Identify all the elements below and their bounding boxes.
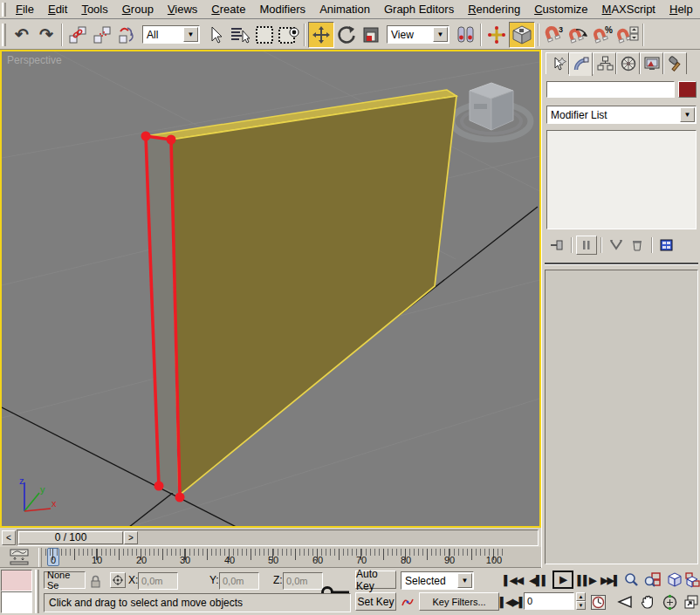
menu-views[interactable]: Views: [161, 1, 204, 17]
modifier-stack-list[interactable]: [546, 130, 697, 229]
perspective-viewport[interactable]: z y x Perspective: [0, 50, 541, 528]
next-frame-arrow[interactable]: >: [124, 531, 138, 544]
absolute-offset-toggle[interactable]: [110, 572, 126, 588]
make-unique-button[interactable]: [606, 236, 627, 255]
window-crossing-toggle-button[interactable]: [277, 23, 301, 47]
menu-group[interactable]: Group: [115, 1, 161, 17]
time-slider-track[interactable]: 0 / 100 >: [17, 530, 539, 546]
select-and-rotate-button[interactable]: [334, 23, 359, 47]
menu-grip[interactable]: [2, 3, 6, 17]
select-by-name-button[interactable]: [228, 23, 252, 47]
current-frame-field[interactable]: 0: [524, 592, 574, 610]
configure-modifier-sets-button[interactable]: [656, 236, 677, 255]
select-and-move-button[interactable]: [308, 22, 334, 48]
wall-object[interactable]: [146, 90, 456, 495]
viewcube[interactable]: [452, 83, 531, 140]
auto-key-button[interactable]: Auto Key: [355, 571, 396, 589]
pan-view-button[interactable]: [638, 593, 657, 611]
viewport-name-label[interactable]: Perspective: [7, 54, 62, 66]
menu-graph-editors[interactable]: Graph Editors: [377, 1, 461, 17]
x-coordinate-field[interactable]: 0,0m: [138, 572, 178, 590]
key-mode-toggle-button[interactable]: ▌◀▶▌: [503, 594, 522, 610]
dropdown-arrow-icon[interactable]: ▼: [680, 107, 695, 122]
open-mini-curve-editor-button[interactable]: [3, 549, 35, 566]
zoom-extents-button[interactable]: [665, 571, 683, 589]
show-end-result-button[interactable]: [576, 236, 597, 255]
selection-lock-toggle[interactable]: [88, 573, 102, 589]
vertex-handle[interactable]: [175, 493, 185, 502]
vertex-handle[interactable]: [167, 135, 176, 145]
dropdown-arrow-icon[interactable]: ▼: [183, 27, 198, 42]
maxscript-mini-listener[interactable]: [1, 591, 32, 613]
menu-create[interactable]: Create: [204, 1, 252, 17]
tab-motion[interactable]: [616, 52, 640, 74]
menu-maxscript[interactable]: MAXScript: [595, 1, 662, 17]
select-and-manipulate-button[interactable]: [484, 23, 509, 47]
min-max-toggle-button[interactable]: [682, 593, 700, 611]
menu-file[interactable]: File: [9, 1, 41, 17]
status-splitter[interactable]: [35, 570, 39, 613]
time-slider-thumb[interactable]: 0 / 100: [18, 531, 123, 544]
menu-tools[interactable]: Tools: [74, 1, 114, 17]
snaps-toggle-button[interactable]: [509, 22, 535, 48]
z-coordinate-field[interactable]: 0,0m: [283, 572, 323, 590]
go-to-end-button[interactable]: ▶▶▌: [600, 572, 621, 588]
undo-button[interactable]: ↶: [10, 23, 34, 47]
select-and-scale-button[interactable]: [359, 23, 383, 47]
tab-display[interactable]: [640, 52, 663, 74]
select-and-link-button[interactable]: [65, 23, 90, 47]
rectangular-selection-region-button[interactable]: [252, 23, 277, 47]
menu-modifiers[interactable]: Modifiers: [252, 1, 312, 17]
zoom-extents-all-button[interactable]: [685, 571, 700, 589]
arc-rotate-button[interactable]: [660, 593, 679, 611]
angle-snap-button[interactable]: [566, 23, 591, 47]
menu-help[interactable]: Help: [662, 1, 700, 17]
maxscript-mini-listener-macro[interactable]: [1, 570, 32, 591]
remove-modifier-button[interactable]: [627, 236, 648, 255]
dropdown-arrow-icon[interactable]: ▼: [433, 27, 448, 42]
menu-animation[interactable]: Animation: [312, 1, 377, 17]
track-bar[interactable]: 0 10 20 30 40 50 60 70 80 90 100: [0, 547, 541, 568]
menu-rendering[interactable]: Rendering: [461, 1, 527, 17]
menu-customize[interactable]: Customize: [527, 1, 594, 17]
key-filters-button[interactable]: Key Filters...: [419, 592, 499, 611]
snap-toggle-3d-button[interactable]: 3: [542, 23, 566, 47]
zoom-button[interactable]: [621, 571, 640, 589]
default-in-out-tangents-button[interactable]: [400, 593, 415, 611]
next-frame-button[interactable]: ▌▌▶: [577, 572, 596, 588]
percent-snap-button[interactable]: %: [591, 23, 615, 47]
bind-to-space-warp-button[interactable]: [114, 23, 139, 47]
toolbar-grip[interactable]: [2, 24, 6, 46]
modifier-list-dropdown[interactable]: Modifier List ▼: [546, 106, 697, 124]
redo-button[interactable]: ↷: [34, 23, 58, 47]
selection-filter-dropdown[interactable]: All ▼: [142, 25, 200, 44]
time-configuration-button[interactable]: [589, 593, 607, 611]
unlink-selection-button[interactable]: [90, 23, 114, 47]
spinner-up-icon[interactable]: ▲: [576, 592, 586, 601]
spinner-snap-button[interactable]: [615, 23, 640, 47]
go-to-start-button[interactable]: ▌◀◀: [503, 572, 524, 588]
tab-hierarchy[interactable]: [593, 52, 616, 74]
vertex-handle[interactable]: [154, 482, 164, 491]
previous-frame-arrow[interactable]: <: [2, 530, 16, 545]
pin-stack-button[interactable]: [546, 236, 567, 255]
select-object-button[interactable]: [203, 23, 228, 47]
y-coordinate-field[interactable]: 0,0m: [219, 572, 259, 590]
field-of-view-button[interactable]: [616, 593, 635, 611]
key-mode-dropdown[interactable]: Selected ▼: [401, 571, 474, 590]
previous-frame-button[interactable]: ◀▌▌: [529, 572, 548, 588]
zoom-all-button[interactable]: [643, 571, 662, 589]
reference-coordinate-dropdown[interactable]: View ▼: [387, 25, 450, 44]
spinner-down-icon[interactable]: ▼: [576, 601, 586, 610]
frame-spinner[interactable]: ▲ ▼: [576, 592, 586, 610]
set-key-button[interactable]: Set Key: [355, 592, 396, 611]
tab-modify[interactable]: [569, 52, 593, 76]
vertex-handle[interactable]: [141, 132, 151, 141]
dropdown-arrow-icon[interactable]: ▼: [457, 573, 472, 588]
use-center-flyout-button[interactable]: [453, 23, 477, 47]
tab-utilities[interactable]: [663, 52, 687, 74]
object-color-swatch[interactable]: [678, 81, 697, 98]
menu-edit[interactable]: Edit: [41, 1, 74, 17]
tab-create[interactable]: [546, 52, 569, 74]
play-button[interactable]: ▶: [552, 571, 573, 589]
